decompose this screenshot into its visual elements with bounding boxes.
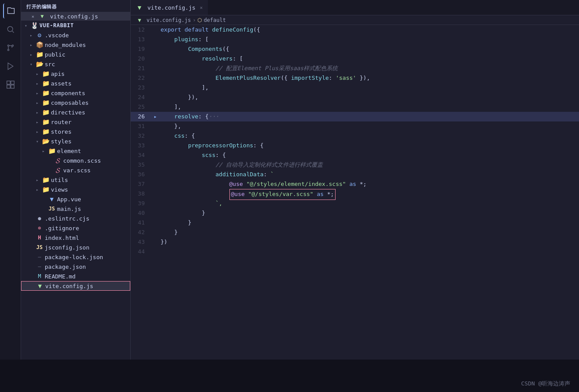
code-line-44: 44 [131,247,579,257]
tree-item-gitignore[interactable]: ⊗ .gitignore [21,223,130,233]
code-editor[interactable]: 12 export default defineConfig({ 13 plug… [131,25,579,360]
line-num-37: 37 [131,179,152,189]
tree-item-router[interactable]: 📁 router [21,117,130,127]
element-icon: 📁 [48,147,55,154]
styles-icon: 📂 [42,138,49,145]
line-content-43: }) [159,237,168,247]
line-num-26: 26 [131,112,152,121]
line-content-42: } [159,228,178,237]
tree-item-directives[interactable]: 📁 directives [21,107,130,117]
tree-item-package-json[interactable]: — package.json [21,262,130,271]
breadcrumb-vite-icon: ▼ [136,17,143,24]
tree-item-var-scss[interactable]: 𝓢 var.scss [21,165,130,175]
search-icon[interactable] [3,22,18,37]
line-content-21: // 配置Element Plus采用saas样式配色系统 [159,64,338,73]
readme-icon: M [36,273,43,280]
tree-item-utils[interactable]: 📁 utils [21,175,130,185]
gitignore-icon: ⊗ [36,225,43,232]
tree-item-node-modules[interactable]: 📦 node_modules [21,40,130,50]
router-icon: 📁 [42,118,49,125]
src-label: src [45,61,55,68]
line-num-21: 21 [131,64,152,73]
tab-close-icon[interactable]: ✕ [200,5,203,11]
line-content-33: preprocessorOptions: { [159,141,264,150]
var-scss-label: var.scss [63,167,91,174]
views-label: views [51,186,68,193]
code-line-19: 19 Components({ [131,44,579,54]
editor-area: ▼ vite.config.js ✕ ▼ vite.config.js › ⬡ … [131,0,579,360]
project-root[interactable]: 🐰 VUE-RABBIT [21,21,130,30]
tree-item-app-vue[interactable]: ▼ App.vue [21,194,130,204]
code-line-24: 24 }), [131,93,579,102]
code-line-39: 39 `, [131,199,579,208]
tree-item-package-lock[interactable]: — package-lock.json [21,252,130,262]
tree-item-common-scss[interactable]: 𝓢 common.scss [21,156,130,165]
line-num-13: 13 [131,35,152,44]
package-json-label: package.json [45,264,86,270]
close-tab-icon[interactable]: ✕ [32,14,34,19]
composables-chevron [36,100,42,105]
stores-icon: 📁 [42,128,49,135]
package-lock-icon: — [36,253,43,260]
breadcrumb-symbol[interactable]: default [204,17,226,23]
tree-item-views[interactable]: 📁 views [21,185,130,194]
open-editor-file[interactable]: ✕ ▼ vite.config.js [21,12,130,21]
line-num-12: 12 [131,25,152,35]
files-icon[interactable] [3,4,18,18]
line-num-19: 19 [131,44,152,54]
code-line-22: 22 ElementPlusResolver({ importStyle: 's… [131,73,579,83]
tree-item-jsconfig[interactable]: JS jsconfig.json [21,242,130,252]
apis-icon: 📁 [42,70,49,77]
project-name: VUE-RABBIT [39,22,74,29]
jsconfig-label: jsconfig.json [45,244,89,251]
tree-item-eslintrc[interactable]: ● .eslintrc.cjs [21,214,130,223]
tree-item-public[interactable]: 📁 public [21,50,130,59]
extensions-icon[interactable] [3,77,18,92]
tree-item-element[interactable]: 📁 element [21,146,130,156]
tree-item-main-js[interactable]: JS main.js [21,204,130,214]
code-line-31: 31 }, [131,121,579,131]
tree-item-readme[interactable]: M README.md [21,271,130,281]
watermark-text: CSDN @听海边涛声 [521,380,570,388]
tree-item-styles[interactable]: 📂 styles [21,136,130,146]
eslintrc-label: .eslintrc.cjs [45,215,89,222]
tree-item-vscode[interactable]: ⚙ .vscode [21,30,130,40]
editor-tab-vite-config[interactable]: ▼ vite.config.js ✕ [131,0,208,15]
line-num-43: 43 [131,237,152,247]
line-content-25: ], [159,102,181,112]
breadcrumb-symbol-icon: ⬡ [197,17,202,23]
app-vue-icon: ▼ [48,196,55,203]
node-modules-chevron [30,43,36,47]
tree-item-composables[interactable]: 📁 composables [21,98,130,107]
tree-item-src[interactable]: 📂 src [21,59,130,69]
breadcrumb-file[interactable]: vite.config.js [147,17,191,23]
run-icon[interactable] [3,59,18,74]
code-line-40: 40 } [131,208,579,218]
source-control-icon[interactable] [3,40,18,55]
tree-item-stores[interactable]: 📁 stores [21,127,130,136]
tree-item-components[interactable]: 📁 components [21,88,130,98]
line-num-25: 25 [131,102,152,112]
line-content-20: resolvers: [ [159,54,243,64]
tree-item-apis[interactable]: 📁 apis [21,69,130,78]
common-scss-label: common.scss [63,157,101,164]
svg-rect-7 [11,81,14,85]
var-scss-icon: 𝓢 [54,167,61,174]
line-num-35: 35 [131,160,152,170]
tree-item-vite-config[interactable]: ▼ vite.config.js [21,281,130,291]
code-line-37: 37 @use "@/styles/element/index.scss" as… [131,179,579,189]
line-num-39: 39 [131,199,152,208]
code-line-13: 13 plugins: [ [131,35,579,44]
stores-chevron [36,129,42,134]
vscode-folder-icon: ⚙ [36,32,43,39]
src-chevron [30,62,36,67]
apis-chevron [36,71,42,76]
line-num-36: 36 [131,170,152,179]
tree-item-index-html[interactable]: H index.html [21,233,130,242]
line-num-22: 22 [131,73,152,83]
open-editor-label: vite.config.js [50,13,98,20]
code-line-21: 21 // 配置Element Plus采用saas样式配色系统 [131,64,579,73]
tree-item-assets[interactable]: 📁 assets [21,78,130,88]
vscode-chevron [30,33,36,38]
open-editors-title: 打开的编辑器 [21,0,130,12]
